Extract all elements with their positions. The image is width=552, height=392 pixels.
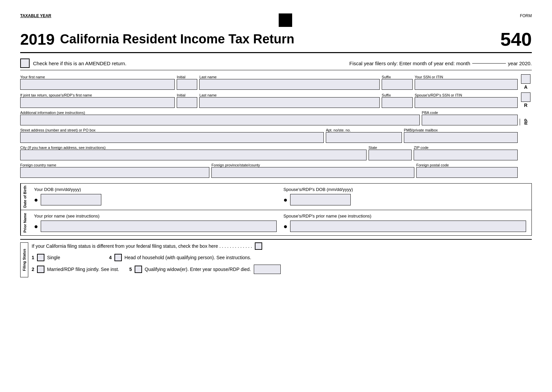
pba-label: PBA code (422, 111, 518, 115)
dob-side-label: Date of Birth (21, 184, 29, 210)
fiscal-month-input[interactable] (472, 63, 506, 64)
spouse-last-name-label: Last name (199, 93, 380, 97)
first-name-label: Your first name (20, 75, 175, 79)
filing-item-2-number: 2 (32, 267, 34, 272)
a-tab-label: A (524, 84, 527, 90)
your-dob-input[interactable] (41, 194, 101, 205)
amended-label: Check here if this is an AMENDED return. (33, 61, 127, 66)
foreign-country-label: Foreign country name (20, 163, 209, 167)
filing-item-5-label: Qualifying widow(er). Enter year spouse/… (145, 267, 251, 272)
state-input[interactable] (369, 150, 412, 160)
form-title: California Resident Income Tax Return (60, 32, 294, 46)
form-year: 2019 (20, 30, 55, 48)
your-dob-label: Your DOB (mm/dd/yyyy) (34, 187, 277, 192)
foreign-province-label: Foreign province/state/county (211, 163, 414, 167)
spouse-first-name-input[interactable] (20, 97, 175, 108)
form-label: FORM (520, 13, 532, 18)
pba-input[interactable] (422, 115, 518, 125)
city-input[interactable] (20, 150, 367, 160)
zip-input[interactable] (414, 150, 518, 160)
widow-year-input[interactable] (254, 265, 281, 274)
different-status-text: If your California filing status is diff… (32, 243, 252, 249)
r-tab-label: R (524, 103, 527, 108)
filing-checkbox-2[interactable] (37, 266, 44, 273)
initial-input[interactable] (177, 79, 197, 90)
spouse-initial-input[interactable] (177, 97, 197, 108)
foreign-postal-input[interactable] (416, 167, 518, 178)
filing-item-4-label: Head of household (with qualifying perso… (125, 255, 251, 260)
filing-status-side-label: Filing Status (20, 242, 28, 277)
foreign-province-input[interactable] (211, 167, 414, 178)
form-number: 540 (501, 28, 532, 50)
spouse-dob-input[interactable] (290, 194, 351, 205)
spouse-last-name-input[interactable] (199, 97, 380, 108)
pmb-label: PMB/private mailbox (404, 128, 518, 132)
apt-input[interactable] (326, 132, 402, 143)
ssn-input[interactable] (415, 79, 518, 90)
city-label: City (If you have a foreign address, see… (20, 146, 367, 150)
spouse-suffix-label: Suffix (382, 93, 413, 97)
your-prior-label: Your prior name (see instructions) (34, 213, 277, 219)
fiscal-suffix: year 2020. (508, 61, 532, 66)
ssn-label: Your SSN or ITIN (415, 75, 518, 79)
r-tab-box (521, 92, 530, 102)
zip-label: ZIP code (414, 146, 518, 150)
additional-info-input[interactable] (20, 115, 420, 125)
rp-tab-label: RP (523, 119, 528, 125)
spouse-first-name-label: If joint tax return, spouse's/RDP's firs… (20, 93, 175, 97)
filing-checkbox-5[interactable] (135, 266, 142, 273)
black-box-decoration (279, 13, 292, 27)
spouse-dob-bullet: ● (283, 196, 287, 203)
filing-checkbox-1[interactable] (37, 254, 44, 261)
additional-info-label: Additional information (see instructions… (20, 111, 420, 115)
spouse-prior-label: Spouse's/RDP's prior name (see instructi… (283, 213, 526, 219)
suffix-label: Suffix (382, 75, 413, 79)
fiscal-label: Fiscal year filers only: Enter month of … (349, 61, 470, 66)
different-status-checkbox[interactable] (255, 242, 262, 250)
spouse-prior-input[interactable] (290, 221, 526, 232)
prior-name-side-label: Prior Name (21, 210, 29, 235)
suffix-input[interactable] (382, 79, 413, 90)
last-name-label: Last name (199, 75, 380, 79)
foreign-postal-label: Foreign postal code (416, 163, 518, 167)
apt-label: Apt. no/ste. no. (326, 128, 402, 132)
filing-item-1-number: 1 (32, 255, 34, 260)
first-name-input[interactable] (20, 79, 175, 90)
amended-checkbox[interactable] (20, 58, 30, 68)
a-tab-box (521, 74, 530, 84)
filing-item-4-number: 4 (109, 255, 112, 260)
spouse-ssn-label: Spouse's/RDP's SSN or ITIN (415, 93, 518, 97)
spouse-prior-bullet: ● (283, 223, 287, 230)
spouse-initial-label: Initial (177, 93, 197, 97)
filing-item-2-label: Married/RDP filing jointly. See inst. (47, 267, 119, 272)
spouse-suffix-input[interactable] (382, 97, 413, 108)
last-name-input[interactable] (199, 79, 380, 90)
initial-label: Initial (177, 75, 197, 79)
your-prior-input[interactable] (41, 221, 277, 232)
pmb-input[interactable] (404, 132, 518, 143)
filing-item-1-label: Single (47, 255, 60, 260)
spouse-ssn-input[interactable] (415, 97, 518, 108)
taxable-year-label: TAXABLE YEAR (20, 13, 51, 18)
spouse-dob-label: Spouse's/RDP's DOB (mm/dd/yyyy) (283, 187, 526, 192)
state-label: State (369, 146, 412, 150)
foreign-country-input[interactable] (20, 167, 209, 178)
street-label: Street address (number and street) or PO… (20, 128, 324, 132)
your-prior-bullet: ● (34, 223, 38, 230)
filing-checkbox-4[interactable] (114, 254, 122, 261)
street-input[interactable] (20, 132, 324, 143)
filing-item-5-number: 5 (129, 267, 132, 272)
your-dob-bullet: ● (34, 196, 38, 203)
personal-info-section: Your first name Initial Last name Suffix… (20, 74, 532, 178)
